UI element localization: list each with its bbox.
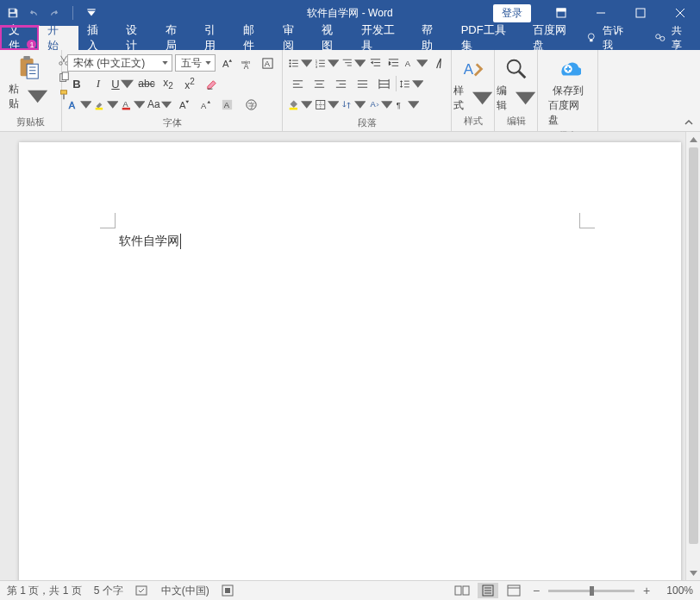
- grow-font2-icon[interactable]: A: [196, 96, 215, 113]
- justify-icon[interactable]: [353, 75, 372, 92]
- grow-font-icon[interactable]: A: [218, 54, 236, 72]
- group-clipboard: 粘贴 剪贴板: [0, 50, 62, 131]
- tab-references[interactable]: 引用: [196, 26, 234, 50]
- tab-file-label: 文件: [9, 22, 30, 53]
- language-status[interactable]: 中文(中国): [161, 584, 209, 598]
- document-text[interactable]: 软件自学网: [119, 234, 181, 249]
- char-shading-icon[interactable]: A: [217, 96, 236, 113]
- group-font-label: 字体: [66, 115, 278, 132]
- enclose-char-icon[interactable]: 字: [239, 96, 263, 113]
- change-case-icon[interactable]: Aa: [147, 96, 172, 113]
- tellme-label[interactable]: 告诉我: [603, 23, 633, 53]
- clear-formatting-icon[interactable]: [202, 75, 221, 92]
- editing-button[interactable]: 编辑: [498, 53, 534, 113]
- save-baidu-label1: 保存到: [553, 84, 584, 98]
- svg-text:A: A: [200, 102, 206, 110]
- group-save: 保存到 百度网盘 保存: [538, 50, 598, 131]
- page-number-status[interactable]: 第 1 页，共 1 页: [7, 584, 82, 598]
- zoom-slider[interactable]: [548, 590, 634, 592]
- qat-dropdown-icon[interactable]: [85, 7, 97, 19]
- italic-icon[interactable]: I: [89, 75, 108, 92]
- align-left-icon[interactable]: [288, 75, 307, 92]
- subscript-icon[interactable]: x2: [159, 75, 178, 92]
- decrease-indent-icon[interactable]: [368, 54, 384, 72]
- para-settings-icon[interactable]: ¶: [395, 96, 419, 113]
- macro-icon[interactable]: [222, 584, 234, 597]
- vertical-scrollbar[interactable]: [685, 132, 700, 580]
- scroll-down-icon[interactable]: [686, 566, 700, 580]
- shrink-font-icon[interactable]: A: [174, 96, 193, 113]
- web-layout-icon[interactable]: [503, 583, 524, 598]
- tab-pdf[interactable]: PDF工具集: [453, 26, 524, 50]
- svg-text:A: A: [244, 62, 249, 70]
- borders-icon[interactable]: [315, 96, 339, 113]
- underline-icon[interactable]: U: [110, 75, 134, 92]
- collapse-ribbon-icon[interactable]: [683, 116, 695, 128]
- char-border-icon[interactable]: A: [259, 54, 278, 72]
- svg-rect-94: [136, 586, 147, 595]
- bold-icon[interactable]: B: [67, 75, 86, 92]
- multilevel-list-icon[interactable]: [341, 54, 366, 72]
- shading-icon[interactable]: [288, 96, 312, 113]
- close-icon[interactable]: [660, 0, 700, 26]
- document-page[interactable]: 软件自学网: [19, 142, 681, 580]
- tab-baidu[interactable]: 百度网盘: [524, 26, 585, 50]
- zoom-out-button[interactable]: −: [529, 584, 543, 597]
- print-layout-icon[interactable]: [478, 583, 498, 598]
- zoom-thumb[interactable]: [590, 586, 594, 596]
- snap-to-grid-icon[interactable]: A: [368, 96, 392, 113]
- svg-rect-34: [122, 107, 130, 109]
- show-marks-icon[interactable]: [430, 54, 446, 72]
- asian-layout-icon[interactable]: A: [403, 54, 428, 72]
- login-button[interactable]: 登录: [493, 4, 531, 22]
- spellcheck-icon[interactable]: [135, 584, 149, 597]
- distribute-icon[interactable]: [374, 75, 393, 92]
- align-right-icon[interactable]: [331, 75, 350, 92]
- word-count-status[interactable]: 5 个字: [94, 584, 123, 598]
- share-label[interactable]: 共享: [672, 23, 691, 53]
- tab-file[interactable]: 文件 1: [0, 26, 39, 50]
- phonetic-guide-icon[interactable]: wénA: [239, 54, 257, 72]
- tab-developer[interactable]: 开发工具: [353, 26, 414, 50]
- save-icon[interactable]: [7, 7, 19, 19]
- bullets-icon[interactable]: [288, 54, 312, 72]
- group-styles-label: 样式: [455, 113, 491, 130]
- svg-rect-96: [225, 588, 230, 593]
- line-spacing-icon[interactable]: [399, 75, 423, 92]
- tab-insert[interactable]: 插入: [78, 26, 117, 50]
- scroll-thumb[interactable]: [689, 147, 698, 544]
- tab-mailings[interactable]: 邮件: [234, 26, 273, 50]
- svg-rect-1: [10, 14, 16, 17]
- redo-icon[interactable]: [48, 7, 60, 19]
- tab-home[interactable]: 开始: [39, 26, 78, 50]
- superscript-icon[interactable]: x2: [180, 75, 199, 92]
- styles-button[interactable]: A 样式: [455, 53, 491, 113]
- tab-help[interactable]: 帮助: [413, 26, 452, 50]
- share-icon: [654, 32, 666, 44]
- highlight-icon[interactable]: [94, 96, 118, 113]
- tab-view[interactable]: 视图: [313, 26, 352, 50]
- strikethrough-icon[interactable]: abc: [137, 75, 156, 92]
- font-size-combo[interactable]: 五号: [175, 54, 216, 72]
- paste-button[interactable]: 粘贴: [3, 53, 53, 114]
- tab-design[interactable]: 设计: [117, 26, 156, 50]
- zoom-level[interactable]: 100%: [659, 584, 693, 597]
- sort-icon[interactable]: [341, 96, 366, 113]
- tab-layout[interactable]: 布局: [157, 26, 196, 50]
- minimize-icon[interactable]: [581, 0, 621, 26]
- font-name-combo[interactable]: 宋体 (中文正文): [67, 54, 172, 72]
- save-to-baidu-button[interactable]: 保存到 百度网盘: [541, 53, 594, 128]
- svg-text:A: A: [123, 100, 129, 109]
- font-color-icon[interactable]: A: [121, 96, 145, 113]
- maximize-icon[interactable]: [621, 0, 660, 26]
- tab-review[interactable]: 审阅: [274, 26, 313, 50]
- zoom-in-button[interactable]: +: [640, 584, 653, 597]
- numbering-icon[interactable]: 123: [315, 54, 339, 72]
- read-mode-icon[interactable]: [452, 583, 472, 598]
- align-center-icon[interactable]: [309, 75, 328, 92]
- undo-icon[interactable]: [28, 7, 40, 19]
- svg-rect-6: [636, 9, 645, 17]
- increase-indent-icon[interactable]: [386, 54, 402, 72]
- scroll-up-icon[interactable]: [686, 132, 700, 147]
- text-effects-icon[interactable]: A: [67, 96, 91, 113]
